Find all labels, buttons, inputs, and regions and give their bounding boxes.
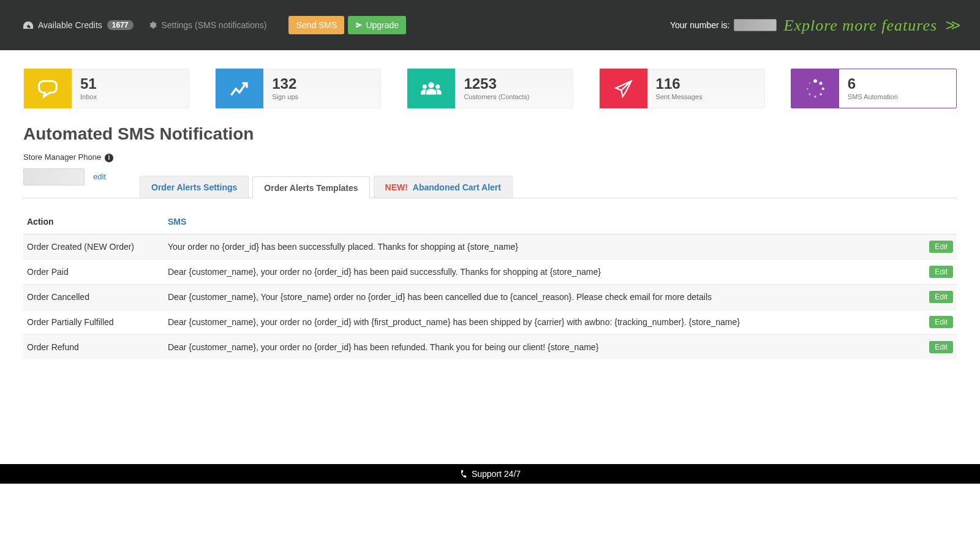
edit-button[interactable]: Edit — [929, 341, 953, 353]
chat-icon — [24, 69, 72, 108]
stat-value: 1253 — [464, 77, 529, 91]
credits-block[interactable]: Available Credits 1677 — [23, 20, 134, 30]
paper-plane-icon — [600, 69, 647, 108]
table-row: Order Created (NEW Order)Your order no {… — [23, 234, 957, 259]
tab-label: Order Alerts Templates — [264, 183, 358, 193]
cell-sms: Dear {customer_name}, your order no {ord… — [164, 259, 921, 284]
stat-card-automation[interactable]: 6 SMS Automation — [791, 69, 957, 108]
settings-label: Settings (SMS notifications) — [162, 20, 267, 30]
edit-button[interactable]: Edit — [929, 316, 953, 328]
cell-edit: Edit — [921, 309, 957, 334]
tab-abandoned-cart[interactable]: NEW! Abandoned Cart Alert — [374, 176, 513, 198]
cell-edit: Edit — [921, 259, 957, 284]
tab-order-alerts-templates[interactable]: Order Alerts Templates — [252, 176, 369, 198]
send-sms-button[interactable]: Send SMS — [288, 16, 344, 34]
credits-badge: 1677 — [107, 20, 134, 30]
phone-icon — [458, 468, 469, 479]
stat-value: 116 — [656, 77, 703, 91]
table-row: Order CancelledDear {customer_name}, You… — [23, 284, 957, 309]
stat-card-signups[interactable]: 132 Sign ups — [215, 69, 381, 108]
store-manager-phone-label: Store Manager Phone — [23, 152, 101, 162]
table-header-sms[interactable]: SMS — [164, 209, 921, 234]
table-row: Order RefundDear {customer_name}, your o… — [23, 334, 957, 359]
chevron-double-right-icon: >> — [946, 16, 957, 34]
stat-label: Sign ups — [272, 93, 298, 100]
stat-card-inbox[interactable]: 51 Inbox — [23, 69, 189, 108]
credits-label: Available Credits — [38, 20, 102, 30]
phone-number-redacted — [734, 19, 777, 31]
svg-point-4 — [819, 81, 822, 84]
topbar-right: Your number is: Explore more features >> — [670, 16, 957, 35]
topbar: Available Credits 1677 Settings (SMS not… — [0, 0, 980, 50]
upgrade-button[interactable]: Upgrade — [348, 16, 406, 34]
your-number-label: Your number is: — [670, 20, 730, 30]
cell-action: Order Cancelled — [23, 284, 164, 309]
your-number-block: Your number is: — [670, 19, 777, 31]
footer-support[interactable]: Support 24/7 — [0, 464, 980, 484]
topbar-buttons: Send SMS Upgrade — [288, 16, 406, 34]
gear-icon — [148, 21, 157, 29]
cell-sms: Dear {customer_name}, your order no {ord… — [164, 334, 921, 359]
edit-button[interactable]: Edit — [929, 291, 953, 303]
stat-value: 132 — [272, 77, 298, 91]
tabs-bar: Order Alerts Settings Order Alerts Templ… — [23, 176, 957, 198]
edit-button[interactable]: Edit — [929, 266, 953, 278]
cell-action: Order Refund — [23, 334, 164, 359]
svg-point-7 — [814, 95, 816, 97]
stat-label: SMS Automation — [848, 93, 898, 100]
cell-action: Order Paid — [23, 259, 164, 284]
svg-point-0 — [429, 82, 435, 88]
settings-link[interactable]: Settings (SMS notifications) — [148, 20, 267, 30]
chart-line-icon — [216, 69, 263, 108]
table-row: Order PaidDear {customer_name}, your ord… — [23, 259, 957, 284]
explore-features-link[interactable]: Explore more features >> — [784, 16, 957, 35]
cell-edit: Edit — [921, 284, 957, 309]
stat-label: Inbox — [80, 93, 97, 100]
cell-sms: Dear {customer_name}, Your {store_name} … — [164, 284, 921, 309]
stats-row: 51 Inbox 132 Sign ups 1253 Customers (Co… — [0, 50, 980, 121]
svg-point-1 — [423, 84, 427, 88]
table-header-edit — [921, 209, 957, 234]
tab-label: Abandoned Cart Alert — [413, 182, 501, 192]
templates-table: Action SMS Order Created (NEW Order)Your… — [23, 209, 957, 359]
dashboard-icon — [23, 21, 33, 29]
svg-point-8 — [809, 93, 810, 95]
svg-point-5 — [821, 87, 824, 90]
stat-card-customers[interactable]: 1253 Customers (Contacts) — [407, 69, 573, 108]
page-title: Automated SMS Notification — [0, 121, 980, 152]
cell-sms: Your order no {order_id} has been succes… — [164, 234, 921, 259]
svg-point-9 — [807, 88, 809, 89]
cell-sms: Dear {customer_name}, your order no {ord… — [164, 309, 921, 334]
users-icon — [407, 69, 455, 108]
stat-value: 6 — [848, 77, 898, 91]
explore-label: Explore more features — [784, 17, 938, 34]
plane-icon — [355, 21, 363, 29]
svg-point-3 — [813, 79, 817, 83]
info-icon[interactable]: i — [105, 154, 113, 162]
templates-table-wrap: Action SMS Order Created (NEW Order)Your… — [0, 198, 980, 359]
spinner-icon — [791, 69, 839, 108]
cell-edit: Edit — [921, 234, 957, 259]
sms-header-link[interactable]: SMS — [168, 217, 186, 227]
table-header-action: Action — [23, 209, 164, 234]
tab-order-alerts-settings[interactable]: Order Alerts Settings — [140, 176, 249, 198]
cell-action: Order Created (NEW Order) — [23, 234, 164, 259]
table-row: Order Partially FulfilledDear {customer_… — [23, 309, 957, 334]
svg-point-2 — [436, 84, 440, 88]
tab-label: Order Alerts Settings — [151, 182, 237, 192]
stat-value: 51 — [80, 77, 97, 91]
cell-edit: Edit — [921, 334, 957, 359]
store-manager-phone-label-row: Store Manager Phone i — [0, 152, 980, 162]
stat-label: Sent Messages — [656, 93, 703, 100]
svg-point-10 — [809, 82, 810, 84]
footer-label: Support 24/7 — [472, 469, 521, 479]
stat-label: Customers (Contacts) — [464, 93, 529, 100]
new-badge: NEW! — [385, 182, 408, 192]
upgrade-label: Upgrade — [366, 20, 399, 30]
svg-point-6 — [820, 93, 822, 96]
edit-button[interactable]: Edit — [929, 241, 953, 253]
stat-card-sent[interactable]: 116 Sent Messages — [599, 69, 765, 108]
cell-action: Order Partially Fulfilled — [23, 309, 164, 334]
